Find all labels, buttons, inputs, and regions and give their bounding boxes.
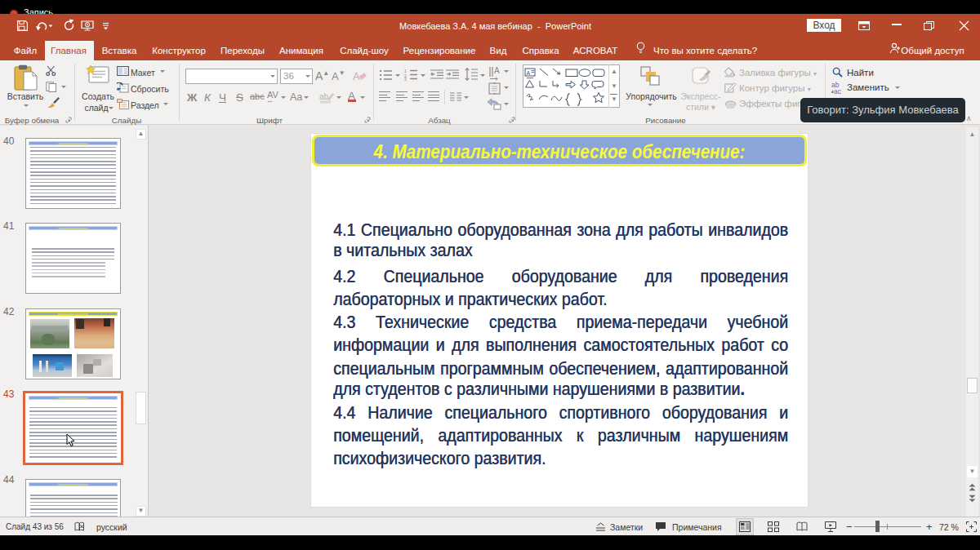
svg-text:ab: ab <box>319 92 329 101</box>
svg-text:ac: ac <box>834 87 842 95</box>
svg-text:A: A <box>527 70 531 76</box>
svg-text:A: A <box>494 66 500 75</box>
svg-text:A: A <box>353 70 360 82</box>
svg-text:3: 3 <box>404 77 407 81</box>
